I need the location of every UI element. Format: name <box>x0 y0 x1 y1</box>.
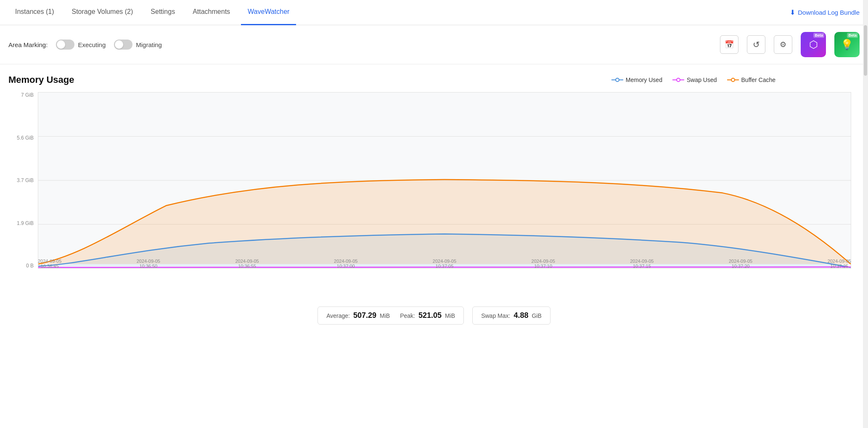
beta-badge-purple: Beta <box>813 33 824 38</box>
swap-max-value: 4.88 <box>513 311 528 320</box>
x-label-0: 2024-09-0510:36:45 <box>38 259 61 269</box>
svg-point-1 <box>616 78 619 82</box>
x-label-2: 2024-09-0510:36:55 <box>235 259 259 269</box>
tab-storage[interactable]: Storage Volumes (2) <box>65 0 140 25</box>
legend-memory-used-icon <box>611 77 623 83</box>
migrating-toggle-group: Migrating <box>114 40 162 50</box>
calendar-button[interactable]: 📅 <box>720 35 738 54</box>
cube-icon: ⬡ <box>809 39 818 50</box>
x-label-3: 2024-09-0510:37:00 <box>334 259 357 269</box>
legend-buffer-cache: Buffer Cache <box>727 77 775 83</box>
gear-icon: ⚙ <box>780 40 786 49</box>
refresh-button[interactable]: ↺ <box>747 35 765 54</box>
svg-point-3 <box>677 78 680 82</box>
download-icon: ⬇ <box>790 8 795 16</box>
migrating-label: Migrating <box>136 41 162 48</box>
y-label-19gib: 1.9 GiB <box>17 220 34 226</box>
x-label-6: 2024-09-0510:37:15 <box>630 259 654 269</box>
chart-container: 7 GiB 5.6 GiB 3.7 GiB 1.9 GiB 0 B Max 7 … <box>8 92 860 294</box>
x-axis: 2024-09-0510:36:45 2024-09-0510:36:50 20… <box>38 259 851 269</box>
area-marking-label: Area Marking: <box>8 41 48 48</box>
average-unit: MiB <box>380 312 390 319</box>
chart-inner <box>38 92 851 269</box>
chart-legend: Memory Used Swap Used Buffer Cache <box>611 77 775 83</box>
x-label-4: 2024-09-0510:37:05 <box>433 259 456 269</box>
x-label-5: 2024-09-0510:37:10 <box>532 259 555 269</box>
migrating-toggle[interactable] <box>114 40 132 50</box>
peak-unit: MiB <box>445 312 455 319</box>
stats-box-swap: Swap Max: 4.88 GiB <box>472 306 550 325</box>
x-label-1: 2024-09-0510:36:50 <box>137 259 160 269</box>
average-label: Average: <box>326 312 350 319</box>
calendar-icon: 📅 <box>725 40 734 49</box>
settings-button[interactable]: ⚙ <box>774 35 792 54</box>
page-container: Instances (1) Storage Volumes (2) Settin… <box>0 0 868 428</box>
lightbulb-app-button[interactable]: 💡 Beta <box>834 32 860 57</box>
y-label-0b: 0 B <box>26 263 34 269</box>
swap-max-label: Swap Max: <box>481 312 510 319</box>
chart-svg <box>38 92 851 268</box>
y-axis: 7 GiB 5.6 GiB 3.7 GiB 1.9 GiB 0 B <box>8 92 37 269</box>
y-label-56gib: 5.6 GiB <box>17 135 34 141</box>
stats-box-average: Average: 507.29 MiB Peak: 521.05 MiB <box>318 306 464 325</box>
refresh-icon: ↺ <box>753 40 760 50</box>
average-value: 507.29 <box>353 311 376 320</box>
scrollbar-thumb[interactable] <box>864 25 867 76</box>
svg-point-5 <box>731 78 735 82</box>
legend-swap-used-icon <box>672 77 684 83</box>
lightbulb-icon: 💡 <box>841 39 853 50</box>
legend-memory-used: Memory Used <box>611 77 662 83</box>
peak-label: Peak: <box>400 312 415 319</box>
executing-toggle-group: Executing <box>56 40 106 50</box>
tab-attachments[interactable]: Attachments <box>186 0 237 25</box>
tab-wavewatcher[interactable]: WaveWatcher <box>241 0 296 25</box>
chart-header: Memory Usage Memory Used Swap Used <box>8 74 860 85</box>
tab-bar: Instances (1) Storage Volumes (2) Settin… <box>0 0 868 25</box>
chart-section: Memory Usage Memory Used Swap Used <box>0 64 868 333</box>
executing-label: Executing <box>78 41 106 48</box>
scrollbar[interactable] <box>863 0 868 428</box>
y-label-7gib: 7 GiB <box>21 92 34 98</box>
controls-bar: Area Marking: Executing Migrating 📅 ↺ ⚙ … <box>0 25 868 64</box>
stats-bar: Average: 507.29 MiB Peak: 521.05 MiB Swa… <box>8 302 860 325</box>
download-log-bundle-button[interactable]: ⬇ Download Log Bundle <box>790 8 860 16</box>
executing-toggle[interactable] <box>56 40 74 50</box>
cube-app-button[interactable]: ⬡ Beta <box>801 32 826 57</box>
y-label-37gib: 3.7 GiB <box>17 177 34 183</box>
tab-settings[interactable]: Settings <box>144 0 182 25</box>
legend-buffer-cache-icon <box>727 77 739 83</box>
beta-badge-green: Beta <box>847 33 858 38</box>
swap-max-unit: GiB <box>532 312 541 319</box>
x-label-8: 2024-09-0510:37:25 <box>828 259 851 269</box>
legend-swap-used: Swap Used <box>672 77 717 83</box>
chart-title: Memory Usage <box>8 74 74 85</box>
peak-value: 521.05 <box>418 311 442 320</box>
x-label-7: 2024-09-0510:37:20 <box>729 259 752 269</box>
tab-instances[interactable]: Instances (1) <box>8 0 61 25</box>
